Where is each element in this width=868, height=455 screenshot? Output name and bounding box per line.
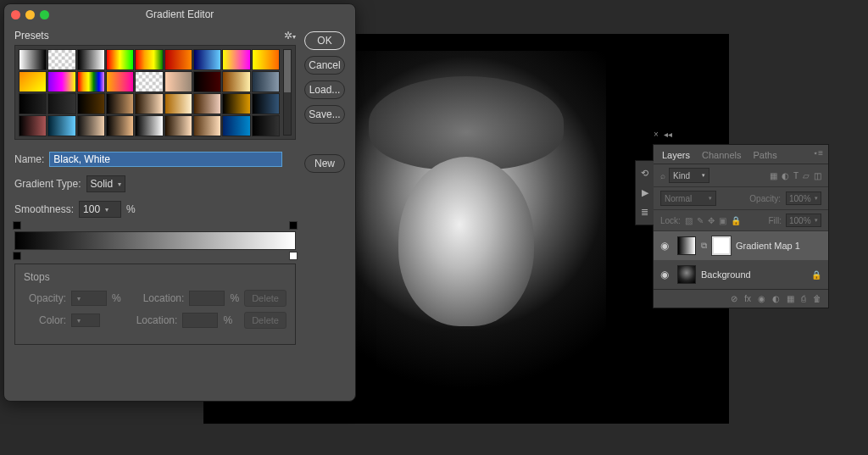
scroll-thumb[interactable] (284, 50, 291, 92)
color-stop-left[interactable] (13, 252, 21, 260)
preset-swatch[interactable] (164, 115, 192, 136)
panel-menu-icon[interactable]: ⋆≡ (813, 148, 823, 158)
preset-swatch[interactable] (222, 93, 250, 114)
color-stop-right[interactable] (289, 252, 298, 260)
lock-paint-icon[interactable]: ✎ (697, 216, 704, 225)
visibility-toggle-icon[interactable]: ◉ (660, 240, 672, 252)
stop-location-input-2[interactable] (182, 313, 218, 328)
preset-swatch[interactable] (77, 93, 105, 114)
filter-shape-icon[interactable]: ▱ (803, 171, 810, 180)
panel-close-icon[interactable]: × (654, 130, 659, 139)
delete-layer-icon[interactable]: 🗑 (813, 294, 821, 303)
filter-search-icon[interactable]: ⌕ (660, 171, 665, 180)
filter-pixel-icon[interactable]: ▦ (770, 171, 777, 180)
close-icon[interactable] (11, 10, 20, 19)
fx-icon[interactable]: fx (744, 294, 751, 303)
fill-input[interactable]: 100%▾ (786, 214, 821, 227)
opacity-stop-left[interactable] (13, 221, 21, 230)
layer-name[interactable]: Gradient Map 1 (736, 241, 800, 251)
history-icon[interactable]: ⟲ (641, 168, 648, 179)
preset-swatch[interactable] (252, 93, 280, 114)
stop-location-input-1[interactable] (189, 291, 225, 306)
preset-swatch[interactable] (106, 93, 134, 114)
delete-opacity-stop-button[interactable]: Delete (244, 290, 287, 307)
preset-swatch[interactable] (19, 49, 47, 70)
link-icon[interactable]: ⧉ (701, 241, 707, 251)
preset-swatch[interactable] (252, 49, 280, 70)
preset-swatch[interactable] (193, 115, 221, 136)
dialog-titlebar[interactable]: Gradient Editor (4, 4, 355, 25)
preset-swatch[interactable] (47, 115, 75, 136)
actions-icon[interactable]: ▶ (642, 187, 648, 198)
link-layers-icon[interactable]: ⊘ (731, 294, 737, 303)
adjustment-thumb[interactable] (677, 236, 696, 255)
lock-transparent-icon[interactable]: ▨ (685, 216, 693, 225)
tab-paths[interactable]: Paths (754, 150, 777, 160)
layer-row-gradient-map[interactable]: ◉ ⧉ Gradient Map 1 (654, 231, 828, 260)
gradient-bar[interactable] (14, 231, 296, 250)
stop-color-well[interactable] (71, 314, 100, 327)
preset-swatch[interactable] (222, 71, 250, 92)
preset-swatch[interactable] (252, 115, 280, 136)
preset-swatch[interactable] (135, 93, 163, 114)
preset-swatch[interactable] (47, 93, 75, 114)
lock-all-icon[interactable]: 🔒 (731, 216, 741, 225)
presets-scrollbar[interactable] (283, 49, 292, 136)
minimize-icon[interactable] (25, 10, 35, 19)
delete-color-stop-button[interactable]: Delete (244, 312, 287, 329)
preset-swatch[interactable] (222, 49, 250, 70)
preset-swatch[interactable] (106, 71, 134, 92)
filter-type-icon[interactable]: T (793, 171, 798, 180)
load-button[interactable]: Load... (304, 80, 345, 99)
save-button[interactable]: Save... (304, 105, 345, 124)
group-icon[interactable]: ▦ (787, 294, 794, 303)
preset-swatch[interactable] (47, 71, 75, 92)
mask-thumb[interactable] (712, 236, 731, 255)
lock-artboard-icon[interactable]: ▣ (719, 216, 726, 225)
preset-swatch[interactable] (135, 49, 163, 70)
tab-channels[interactable]: Channels (702, 150, 741, 160)
gradient-type-dropdown[interactable]: Solid (86, 175, 126, 192)
preset-swatch[interactable] (47, 49, 75, 70)
preset-swatch[interactable] (106, 49, 134, 70)
filter-kind-dropdown[interactable]: Kind▾ (669, 168, 709, 183)
new-layer-icon[interactable]: ⎙ (801, 294, 806, 303)
layer-thumb[interactable] (677, 265, 696, 284)
preset-swatch[interactable] (77, 71, 105, 92)
preset-swatch[interactable] (77, 115, 105, 136)
stop-opacity-input[interactable] (71, 291, 107, 306)
preset-swatch[interactable] (106, 115, 134, 136)
ok-button[interactable]: OK (304, 31, 345, 50)
smoothness-input[interactable]: 100 (79, 201, 121, 218)
layer-row-background[interactable]: ◉ Background 🔒 (654, 260, 828, 289)
preset-swatch[interactable] (164, 71, 192, 92)
add-mask-icon[interactable]: ◉ (758, 294, 765, 303)
adjustment-layer-icon[interactable]: ◐ (772, 294, 780, 303)
blend-mode-dropdown[interactable]: Normal▾ (660, 191, 716, 206)
cancel-button[interactable]: Cancel (304, 56, 345, 75)
properties-icon[interactable]: ≣ (641, 207, 648, 218)
new-button[interactable]: New (304, 154, 345, 173)
tab-layers[interactable]: Layers (662, 150, 690, 160)
preset-swatch[interactable] (164, 49, 192, 70)
preset-swatch[interactable] (19, 93, 47, 114)
preset-swatch[interactable] (135, 71, 163, 92)
preset-swatch[interactable] (222, 115, 250, 136)
layer-name[interactable]: Background (701, 269, 751, 280)
panel-collapse-icon[interactable]: ◂◂ (664, 130, 672, 139)
gradient-name-input[interactable] (49, 152, 282, 167)
preset-swatch[interactable] (19, 115, 47, 136)
preset-swatch[interactable] (252, 71, 280, 92)
preset-swatch[interactable] (193, 71, 221, 92)
preset-swatch[interactable] (164, 93, 192, 114)
opacity-input[interactable]: 100%▾ (786, 191, 821, 205)
preset-swatch[interactable] (193, 49, 221, 70)
filter-adjust-icon[interactable]: ◐ (782, 171, 789, 180)
zoom-icon[interactable] (40, 10, 49, 19)
filter-smart-icon[interactable]: ◫ (814, 171, 821, 180)
visibility-toggle-icon[interactable]: ◉ (660, 269, 672, 280)
preset-swatch[interactable] (19, 71, 47, 92)
opacity-stop-right[interactable] (289, 221, 298, 230)
preset-swatch[interactable] (135, 115, 163, 136)
presets-gear-icon[interactable]: ✲▾ (284, 30, 296, 42)
